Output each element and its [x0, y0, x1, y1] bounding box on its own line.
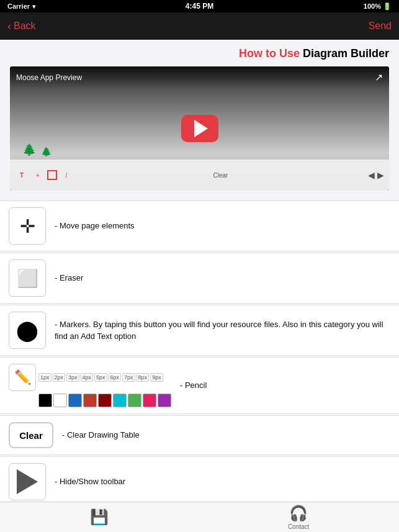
toolbar-right-arrow: ▶	[377, 170, 384, 180]
battery-indicator: 100% 🔋	[364, 2, 392, 11]
pencil-sizes-row: ✏️ 1px 2px 3px 4px 5px 6px 7px 8px 9px	[9, 364, 163, 391]
px-6: 6px	[109, 373, 122, 382]
eraser-icon-box: ⬜	[9, 259, 46, 297]
tab-bar: 💾 🎧 Contact	[0, 502, 399, 532]
move-icon-box: ✛	[9, 207, 46, 245]
toolbar-slash-icon: /	[60, 168, 73, 182]
time-label: 4:45 PM	[186, 2, 213, 11]
video-toolbar-overlay: T + / Clear ◀ ▶	[10, 160, 389, 191]
swatch-purple[interactable]	[158, 394, 171, 407]
list-item-markers: ⬤ - Markers. By taping this button you w…	[0, 305, 399, 356]
wifi-icon: ▾	[32, 3, 35, 10]
toolbar-right: Clear	[213, 172, 228, 179]
swatch-blue[interactable]	[68, 394, 82, 407]
save-tab-icon: 💾	[90, 508, 109, 526]
swatch-white[interactable]	[53, 394, 67, 407]
back-button[interactable]: ‹ Back	[7, 20, 36, 33]
toolbar-plus-icon: +	[31, 168, 45, 182]
toolbar-text-icon: T	[15, 168, 29, 182]
px-1: 1px	[38, 373, 52, 382]
share-icon[interactable]: ↗	[375, 71, 383, 83]
px-4: 4px	[81, 373, 94, 382]
play-triangle-icon	[17, 469, 38, 494]
clear-button[interactable]: Clear	[9, 422, 53, 448]
toolbar-clear-label: Clear	[213, 172, 228, 179]
tab-contact[interactable]: 🎧 Contact	[288, 505, 309, 530]
toolbar-mini: T + /	[15, 168, 73, 182]
tab-save[interactable]: 💾	[90, 508, 109, 526]
content-list: ✛ - Move page elements ⬜ - Eraser ⬤ - Ma…	[0, 201, 399, 532]
list-item-move: ✛ - Move page elements	[0, 201, 399, 251]
send-button[interactable]: Send	[369, 20, 392, 32]
page-title-diagram-builder: Diagram Builder	[300, 47, 389, 60]
toolbar-arrows: ◀ ▶	[368, 170, 384, 180]
tree-mid-icon: 🌲	[41, 147, 52, 156]
page-title: How to Use Diagram Builder	[0, 40, 399, 66]
list-item-eraser: ⬜ - Eraser	[0, 253, 399, 304]
eraser-icon: ⬜	[17, 268, 38, 289]
contact-tab-label: Contact	[288, 523, 309, 530]
px-3: 3px	[66, 373, 79, 382]
swatch-cyan[interactable]	[113, 394, 127, 407]
carrier-label: Carrier ▾	[7, 2, 35, 10]
nav-bar: ‹ Back Send	[0, 12, 399, 40]
px-8: 8px	[137, 373, 150, 382]
px-labels: 1px 2px 3px 4px 5px 6px 7px 8px 9px	[38, 373, 163, 382]
pencil-preview-box: ✏️ 1px 2px 3px 4px 5px 6px 7px 8px 9px	[9, 364, 171, 407]
marker-icon: ⬤	[16, 318, 38, 342]
video-title: Moose App Preview	[16, 73, 82, 82]
pencil-description: - Pencil	[180, 379, 390, 392]
list-item-clear: Clear - Clear Drawing Table	[0, 415, 399, 455]
battery-icon: 🔋	[383, 2, 392, 11]
hideshowbar-icon-box	[9, 463, 46, 500]
swatch-darkred[interactable]	[98, 394, 112, 407]
video-container[interactable]: Moose App Preview ↗ 🌲 🌲 T + / Clear ◀ ▶	[10, 66, 389, 191]
list-item-pencil: ✏️ 1px 2px 3px 4px 5px 6px 7px 8px 9px	[0, 357, 399, 414]
status-bar: Carrier ▾ 4:45 PM 100% 🔋	[0, 0, 399, 12]
pencil-icon: ✏️	[14, 369, 31, 385]
tree-left-icon: 🌲	[22, 143, 36, 156]
swatch-red[interactable]	[83, 394, 97, 407]
pencil-icon-box: ✏️	[9, 364, 36, 391]
back-label: Back	[14, 20, 36, 32]
toolbar-left-arrow: ◀	[368, 170, 375, 180]
page-title-how-to-use: How to Use	[239, 47, 300, 60]
list-item-hideshowbar: - Hide/Show toolbar	[0, 456, 399, 507]
marker-icon-box: ⬤	[9, 312, 46, 349]
move-icon: ✛	[20, 215, 35, 237]
clear-description: - Clear Drawing Table	[62, 429, 390, 441]
contact-tab-icon: 🎧	[289, 505, 308, 522]
px-9: 9px	[150, 373, 163, 382]
px-5: 5px	[94, 373, 107, 382]
video-header: Moose App Preview ↗	[10, 66, 389, 88]
back-arrow-icon: ‹	[7, 20, 11, 33]
swatch-green[interactable]	[128, 394, 141, 407]
eraser-description: - Eraser	[55, 272, 390, 284]
color-swatches-row	[38, 394, 171, 407]
markers-description: - Markers. By taping this button you wil…	[55, 318, 390, 343]
hideshowbar-description: - Hide/Show toolbar	[55, 476, 390, 488]
px-2: 2px	[53, 373, 66, 382]
toolbar-square-icon	[47, 170, 57, 180]
px-7: 7px	[122, 373, 135, 382]
move-description: - Move page elements	[55, 220, 390, 232]
play-button[interactable]	[181, 115, 218, 142]
swatch-pink[interactable]	[143, 394, 156, 407]
swatch-black[interactable]	[38, 394, 52, 407]
